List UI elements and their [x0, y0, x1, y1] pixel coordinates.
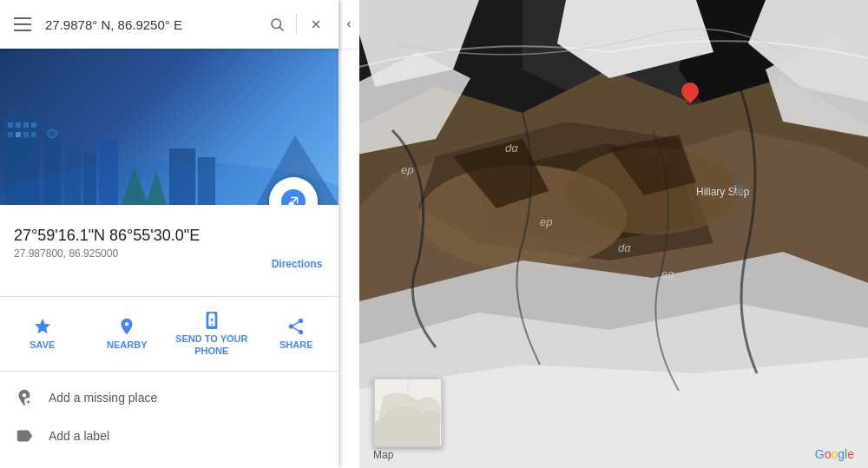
hamburger-line [14, 23, 31, 25]
google-g: G [815, 447, 825, 461]
svg-marker-37 [766, 35, 868, 139]
action-buttons-row: SAVE NEARBY SEND TO YOUR PHONE SHARE [0, 296, 339, 371]
share-label: SHARE [279, 339, 313, 351]
divider [296, 14, 297, 35]
hero-image [0, 49, 339, 205]
add-missing-place-label: Add a missing place [49, 391, 157, 405]
svg-rect-10 [8, 132, 13, 137]
svg-line-1 [279, 27, 283, 30]
close-button[interactable] [300, 9, 332, 40]
svg-rect-5 [9, 109, 17, 122]
send-to-phone-button[interactable]: SEND TO YOUR PHONE [169, 304, 254, 363]
add-missing-place-item[interactable]: Add a missing place [0, 379, 339, 417]
google-g2: g [838, 447, 845, 461]
label-icon [14, 425, 35, 446]
save-label: SAVE [30, 339, 55, 351]
directions-label-area: Directions [0, 270, 339, 296]
svg-marker-28 [359, 0, 609, 174]
svg-rect-8 [23, 122, 29, 128]
svg-point-40 [418, 165, 627, 269]
svg-text:ep: ep [401, 163, 413, 176]
svg-marker-31 [359, 69, 868, 330]
svg-rect-7 [16, 122, 21, 128]
save-button[interactable]: SAVE [0, 304, 85, 363]
svg-text:ep: ep [540, 215, 552, 228]
svg-text:i: i [734, 185, 736, 194]
svg-rect-9 [31, 122, 36, 128]
svg-text:dα: dα [618, 241, 631, 254]
map-inset-thumbnail[interactable] [373, 378, 443, 447]
left-panel: 27.9878° N, 86.9250° E [0, 0, 339, 468]
svg-marker-35 [748, 0, 868, 104]
map-inset-svg [375, 379, 441, 445]
svg-marker-45 [453, 139, 549, 208]
search-icon-button[interactable] [261, 9, 293, 40]
svg-rect-6 [8, 122, 13, 128]
hamburger-line [14, 30, 31, 31]
svg-marker-34 [557, 0, 713, 78]
add-place-icon [14, 387, 35, 408]
google-watermark: Google [815, 447, 854, 461]
nearby-button[interactable]: NEARBY [85, 304, 170, 363]
hamburger-line [14, 17, 31, 19]
svg-marker-29 [523, 0, 800, 130]
directions-text-label: Directions [262, 258, 332, 270]
dms-coordinates: 27°59'16.1"N 86°55'30.0"E [14, 226, 325, 246]
svg-rect-13 [31, 132, 36, 137]
map-area[interactable]: ep dα ep dα eg Hillary Step i Map Google [359, 0, 868, 468]
svg-text:Hillary Step: Hillary Step [696, 186, 750, 198]
additional-options: Add a missing place Add a label [0, 372, 339, 462]
svg-marker-38 [418, 122, 713, 260]
pin-head [678, 79, 702, 103]
svg-rect-12 [23, 132, 29, 137]
svg-point-0 [272, 19, 281, 29]
location-pin [681, 82, 699, 105]
collapse-panel-button[interactable] [339, 0, 359, 49]
search-bar: 27.9878° N, 86.9250° E [0, 0, 339, 49]
google-e: e [847, 447, 854, 461]
directions-icon [281, 189, 306, 205]
svg-marker-32 [359, 130, 868, 365]
svg-marker-30 [679, 0, 868, 174]
svg-point-16 [48, 129, 56, 138]
svg-text:dα: dα [505, 142, 518, 155]
svg-rect-11 [16, 132, 21, 137]
svg-point-53 [732, 183, 744, 195]
svg-text:eg: eg [661, 267, 674, 280]
svg-marker-36 [359, 52, 470, 156]
share-button[interactable]: SHARE [254, 304, 339, 363]
hamburger-menu-button[interactable] [7, 9, 38, 40]
add-label-item[interactable]: Add a label [0, 417, 339, 455]
map-inset-label: Map [373, 449, 393, 461]
svg-point-41 [566, 148, 740, 234]
add-label-label: Add a label [49, 429, 109, 443]
svg-marker-33 [359, 0, 479, 87]
search-input[interactable]: 27.9878° N, 86.9250° E [38, 17, 261, 32]
nearby-label: NEARBY [107, 339, 147, 351]
send-to-phone-label: SEND TO YOUR PHONE [173, 333, 251, 356]
svg-marker-39 [479, 143, 696, 243]
svg-marker-46 [609, 135, 696, 195]
